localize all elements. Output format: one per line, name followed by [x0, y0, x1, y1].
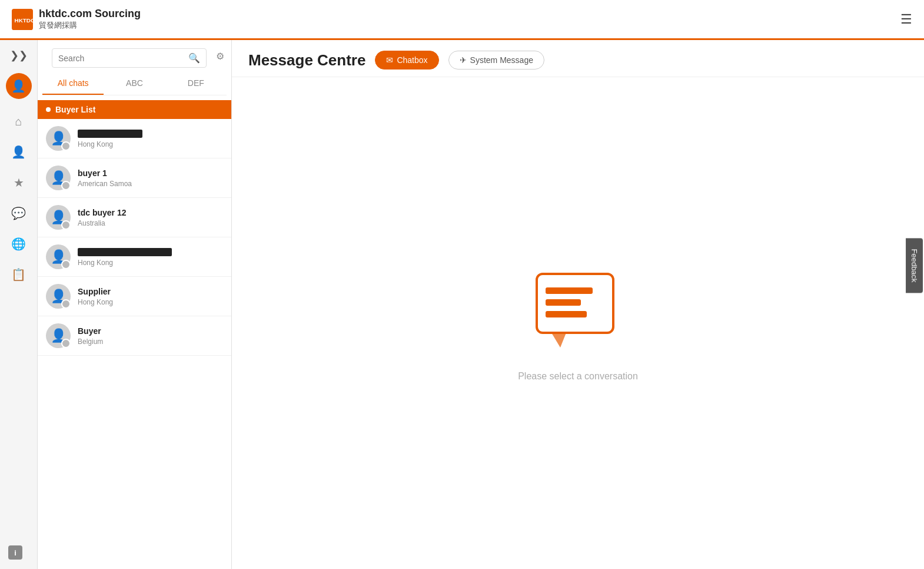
chat-item-3[interactable]: 👤 tdc buyer 12 Australia [38, 198, 231, 237]
conversation-area: Please select a conversation [232, 77, 924, 569]
header: HKTDC hktdc.com Sourcing 貿發網採購 ☰ [0, 0, 924, 40]
star-icon: ★ [14, 176, 24, 190]
redacted-name-4 [78, 248, 172, 256]
clipboard-icon: 📋 [11, 267, 26, 282]
redacted-name-1 [78, 130, 142, 138]
chevrons-right-icon: ❯❯ [10, 49, 28, 62]
chat-info-3: tdc buyer 12 Australia [78, 208, 223, 227]
avatar-icon-1: 👤 [51, 131, 67, 146]
chat-name-5: Supplier [78, 287, 223, 296]
avatar-2: 👤 [46, 166, 71, 190]
buyer-list-header: Buyer List [38, 100, 231, 119]
chat-item-1[interactable]: 👤 Hong Kong [38, 119, 231, 158]
system-message-tab-button[interactable]: ✈ System Message [448, 51, 544, 70]
avatar-icon-2: 👤 [51, 170, 67, 186]
chat-name-4 [78, 247, 223, 257]
chat-item-6[interactable]: 👤 Buyer Belgium [38, 316, 231, 356]
chat-name-2: buyer 1 [78, 168, 223, 178]
user-profile-icon: 👤 [11, 145, 26, 159]
avatar-icon-5: 👤 [51, 289, 67, 304]
system-message-label: System Message [470, 55, 533, 65]
header-logo: HKTDC hktdc.com Sourcing 貿發網採購 [12, 8, 141, 31]
search-icon: 🔍 [188, 52, 200, 64]
chat-location-5: Hong Kong [78, 298, 223, 306]
chat-name-1 [78, 129, 223, 138]
conversation-placeholder: Please select a conversation [518, 265, 638, 382]
message-icon: 💬 [11, 206, 26, 220]
header-title-main: hktdc.com Sourcing [39, 8, 141, 20]
user-icon: 👤 [11, 79, 26, 93]
search-input[interactable] [58, 54, 184, 63]
search-bar: 🔍 [52, 48, 207, 68]
globe-icon: 🌐 [11, 237, 26, 251]
chat-info-1: Hong Kong [78, 129, 223, 148]
chat-item-5[interactable]: 👤 Supplier Hong Kong [38, 277, 231, 316]
chat-location-4: Hong Kong [78, 259, 223, 267]
chat-location-1: Hong Kong [78, 140, 223, 148]
header-title: hktdc.com Sourcing 貿發網採購 [39, 8, 141, 31]
chatbox-tab-button[interactable]: ✉ Chatbox [375, 51, 438, 70]
chat-item-2[interactable]: 👤 buyer 1 American Samoa [38, 158, 231, 198]
chat-info-6: Buyer Belgium [78, 326, 223, 346]
chatbox-icon: ✉ [386, 55, 393, 65]
chat-location-2: American Samoa [78, 180, 223, 188]
chat-list-panel: 🔍 ⚙ All chats ABC DEF Buyer List 👤 Hong [38, 40, 232, 569]
avatar-3: 👤 [46, 205, 71, 230]
buyer-list-label: Buyer List [55, 105, 95, 114]
sidebar-item-clipboard[interactable]: 📋 [6, 262, 32, 287]
svg-rect-3 [546, 287, 593, 294]
chatbox-label: Chatbox [397, 55, 427, 65]
system-message-icon: ✈ [460, 55, 467, 65]
chat-name-3: tdc buyer 12 [78, 208, 223, 217]
sidebar-toggle-button[interactable]: ❯❯ [7, 45, 31, 66]
tab-abc[interactable]: ABC [104, 72, 165, 95]
avatar-icon-6: 👤 [51, 328, 67, 343]
avatar-1: 👤 [46, 126, 71, 151]
home-icon: ⌂ [15, 115, 22, 128]
tab-all-chats[interactable]: All chats [42, 72, 104, 95]
chat-location-3: Australia [78, 219, 223, 227]
page-title: Message Centre [248, 51, 365, 70]
placeholder-text: Please select a conversation [518, 371, 638, 382]
buyer-list-dot [46, 107, 51, 112]
chat-name-6: Buyer [78, 326, 223, 336]
chat-info-2: buyer 1 American Samoa [78, 168, 223, 188]
sidebar-nav: ❯❯ 👤 ⌂ 👤 ★ 💬 🌐 📋 i [0, 40, 38, 569]
svg-text:HKTDC: HKTDC [15, 17, 34, 24]
sidebar-item-home[interactable]: ⌂ [6, 108, 32, 134]
header-title-sub: 貿發網採購 [39, 20, 141, 31]
chat-info-5: Supplier Hong Kong [78, 287, 223, 306]
user-avatar[interactable]: 👤 [6, 73, 32, 99]
sidebar-item-favorites[interactable]: ★ [6, 170, 32, 196]
main-content: Message Centre ✉ Chatbox ✈ System Messag… [232, 40, 924, 569]
info-button[interactable]: i [8, 545, 22, 560]
page-header: Message Centre ✉ Chatbox ✈ System Messag… [232, 40, 924, 77]
chat-item-4[interactable]: 👤 Hong Kong [38, 237, 231, 277]
hktdc-logo-icon: HKTDC [12, 9, 33, 30]
avatar-4: 👤 [46, 244, 71, 269]
avatar-5: 👤 [46, 284, 71, 309]
tab-def[interactable]: DEF [165, 72, 227, 95]
main-layout: ❯❯ 👤 ⌂ 👤 ★ 💬 🌐 📋 i 🔍 [0, 40, 924, 569]
avatar-icon-3: 👤 [51, 210, 67, 225]
chat-location-6: Belgium [78, 338, 223, 346]
settings-icon[interactable]: ⚙ [216, 51, 224, 62]
chat-info-4: Hong Kong [78, 247, 223, 267]
sidebar-item-user[interactable]: 👤 [6, 139, 32, 165]
svg-rect-5 [546, 311, 587, 317]
svg-rect-4 [546, 299, 581, 306]
sidebar-item-globe[interactable]: 🌐 [6, 231, 32, 257]
chat-tabs: All chats ABC DEF [42, 72, 227, 95]
hamburger-menu-icon[interactable]: ☰ [900, 12, 912, 27]
feedback-tab[interactable]: Feedback [906, 238, 923, 293]
chat-bubble-illustration [531, 265, 625, 359]
avatar-icon-4: 👤 [51, 249, 67, 264]
svg-marker-6 [551, 333, 566, 348]
sidebar-item-messages[interactable]: 💬 [6, 200, 32, 226]
search-row: 🔍 ⚙ [38, 40, 231, 72]
avatar-6: 👤 [46, 323, 71, 348]
